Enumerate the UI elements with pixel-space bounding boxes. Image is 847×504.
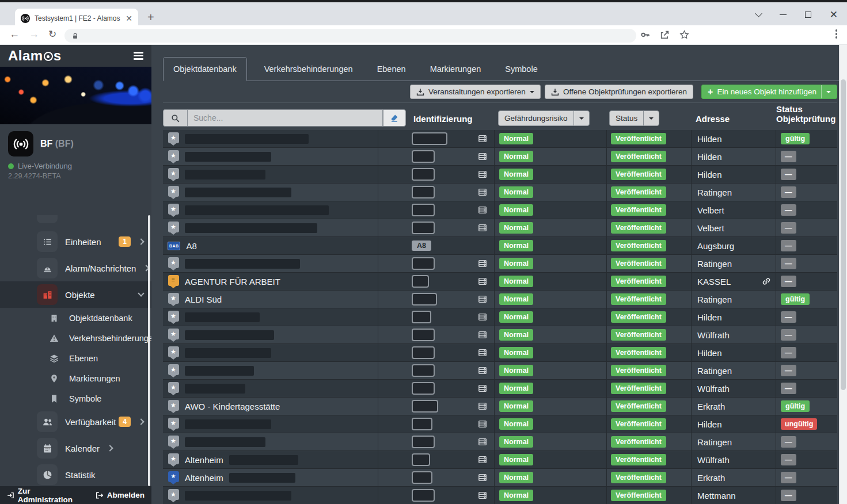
details-list-icon[interactable] xyxy=(478,188,487,197)
bookmark-star-icon[interactable] xyxy=(679,30,689,40)
object-row[interactable]: ★AltenheimNormalVeröffentlichtErkrath— xyxy=(163,469,837,487)
clear-search-button[interactable] xyxy=(383,109,406,127)
redacted-identification xyxy=(412,257,435,270)
tab-markierungen[interactable]: Markierungen xyxy=(420,57,492,81)
tab-close-icon[interactable]: ✕ xyxy=(126,14,132,22)
object-row[interactable]: ★NormalVeröffentlichtMettmann— xyxy=(163,487,837,504)
window-maximize-button[interactable] xyxy=(805,12,811,18)
object-row[interactable]: ★AltenheimNormalVeröffentlichtWülfrath— xyxy=(163,451,837,469)
details-list-icon[interactable] xyxy=(478,134,487,143)
details-list-icon[interactable] xyxy=(478,348,487,357)
sidebar-menu-icon[interactable] xyxy=(134,52,143,59)
risk-badge: Normal xyxy=(499,204,533,216)
status-filter-dropdown[interactable]: Status xyxy=(609,110,659,126)
browser-menu-icon[interactable] xyxy=(835,29,838,39)
object-row[interactable]: ★NormalVeröffentlichtRatingen— xyxy=(163,255,837,273)
object-row[interactable]: ★NormalVeröffentlichtHildengültig xyxy=(163,130,837,148)
object-row[interactable]: ★NormalVeröffentlichtWülfrath— xyxy=(163,326,837,344)
forward-button[interactable]: → xyxy=(29,28,39,40)
details-list-icon[interactable] xyxy=(478,170,487,179)
caret-down-icon xyxy=(643,111,659,125)
logout-link[interactable]: Abmelden xyxy=(96,491,145,499)
back-button[interactable]: ← xyxy=(9,28,20,40)
object-row[interactable]: ★NormalVeröffentlichtWülfrath— xyxy=(163,380,837,398)
object-row[interactable]: ★NormalVeröffentlichtHilden— xyxy=(163,148,837,166)
add-object-button[interactable]: + Ein neues Objekt hinzufügen xyxy=(701,85,837,99)
object-row[interactable]: ★NormalVeröffentlichtHilden— xyxy=(163,344,837,362)
tab-objektdatenbank[interactable]: Objektdatenbank xyxy=(163,57,247,81)
sidebar-item-alarm-nachrichten[interactable]: Alarm/Nachrichten xyxy=(0,255,151,281)
page-scrollbar[interactable] xyxy=(839,45,847,504)
details-list-icon[interactable] xyxy=(478,455,487,464)
details-list-icon[interactable] xyxy=(478,259,487,268)
status-badge: Veröffentlicht xyxy=(611,490,666,501)
details-list-icon[interactable] xyxy=(478,473,487,482)
sidebar-item-objektdatenbank[interactable]: Objektdatenbank xyxy=(0,308,151,328)
star-pin-icon: ★ xyxy=(168,453,179,467)
risk-filter-dropdown[interactable]: Gefährdungsrisiko xyxy=(498,110,590,126)
reload-button[interactable]: ↻ xyxy=(48,28,56,40)
admin-link[interactable]: Zur Administration xyxy=(7,487,81,504)
object-row[interactable]: BABA8A8NormalVeröffentlichtAugsburg— xyxy=(163,237,837,255)
object-row[interactable]: ★NormalVeröffentlichtRatingen— xyxy=(163,362,837,380)
risk-cell: Normal xyxy=(494,273,606,290)
object-row[interactable]: ★NormalVeröffentlichtRatingen— xyxy=(163,433,837,451)
details-list-icon[interactable] xyxy=(478,402,487,411)
pie-icon xyxy=(37,464,58,485)
sidebar-item-verkehrsbehinderungen[interactable]: Verkehrsbehinderungen xyxy=(0,328,151,348)
star-pin-icon: ★ xyxy=(168,257,179,270)
details-list-icon[interactable] xyxy=(478,223,487,232)
sidebar-scrollbar[interactable] xyxy=(148,215,150,486)
details-list-icon[interactable] xyxy=(478,295,487,304)
tab-verkehrsbehinderungen[interactable]: Verkehrsbehinderungen xyxy=(254,57,363,81)
details-list-icon[interactable] xyxy=(478,205,487,215)
link-icon[interactable] xyxy=(762,277,771,286)
status-badge: Veröffentlicht xyxy=(611,204,666,216)
details-list-icon[interactable] xyxy=(478,384,487,393)
list-icon xyxy=(37,231,58,252)
identification-cell xyxy=(378,255,494,272)
object-row[interactable]: ★ALDI SüdNormalVeröffentlichtRatingengül… xyxy=(163,291,837,308)
password-key-icon[interactable] xyxy=(640,30,650,40)
details-list-icon[interactable] xyxy=(478,277,487,286)
new-tab-button[interactable]: + xyxy=(147,12,154,23)
redacted-identification xyxy=(412,400,438,413)
object-row[interactable]: ★NormalVeröffentlichtVelbert— xyxy=(163,201,837,219)
export-object-checks-button[interactable]: Offene Objektprüfungen exportieren xyxy=(545,85,693,99)
sidebar-item-kalender[interactable]: Kalender xyxy=(0,435,151,461)
search-input[interactable] xyxy=(187,109,383,127)
object-row[interactable]: ★NormalVeröffentlichtVelbert— xyxy=(163,219,837,237)
object-row[interactable]: ★NormalVeröffentlichtHilden— xyxy=(163,166,837,184)
object-row[interactable]: ★NormalVeröffentlichtRatingen— xyxy=(163,184,837,201)
object-row[interactable]: ★AWO - KindertagesstätteNormalVeröffentl… xyxy=(163,398,837,415)
sidebar-item-symbole[interactable]: Symbole xyxy=(0,388,151,408)
details-list-icon[interactable] xyxy=(478,366,487,375)
details-list-icon[interactable] xyxy=(478,491,487,500)
details-list-icon[interactable] xyxy=(478,152,487,161)
export-events-button[interactable]: Veranstaltungen exportieren xyxy=(410,85,541,99)
tab-ebenen[interactable]: Ebenen xyxy=(367,57,416,81)
sidebar-item-einheiten[interactable]: Einheiten1 xyxy=(0,228,151,255)
details-list-icon[interactable] xyxy=(478,330,487,339)
share-icon[interactable] xyxy=(660,30,670,40)
object-row[interactable]: ★NormalVeröffentlichtHilden— xyxy=(163,308,837,326)
window-close-button[interactable]: ✕ xyxy=(830,10,838,20)
address-bar[interactable] xyxy=(64,29,636,43)
details-list-icon[interactable] xyxy=(478,312,487,322)
sidebar-item-objekte[interactable]: Objekte xyxy=(0,281,151,308)
object-row[interactable]: ★NormalVeröffentlichtHildenungültig xyxy=(163,415,837,433)
sidebar-item-ebenen[interactable]: Ebenen xyxy=(0,348,151,368)
sidebar-item-markierungen[interactable]: Markierungen xyxy=(0,368,151,388)
window-minimize-button[interactable] xyxy=(780,14,787,15)
actions-row: Veranstaltungen exportieren Offene Objek… xyxy=(410,85,837,99)
details-list-icon[interactable] xyxy=(478,437,487,446)
sidebar-item-verfügbarkeit[interactable]: Verfügbarkeit4 xyxy=(0,408,151,435)
object-row[interactable]: ≡AGENTUR FÜR ARBEITNormalVeröffentlichtK… xyxy=(163,273,837,291)
page-scrollbar-thumb[interactable] xyxy=(841,79,846,390)
risk-badge: Normal xyxy=(499,365,533,376)
details-list-icon[interactable] xyxy=(478,419,487,429)
tab-symbole[interactable]: Symbole xyxy=(495,57,548,81)
window-chevron-icon[interactable] xyxy=(755,10,762,17)
sidebar-item-statistik[interactable]: Statistik xyxy=(0,461,151,486)
status-badge: Veröffentlicht xyxy=(611,169,666,180)
